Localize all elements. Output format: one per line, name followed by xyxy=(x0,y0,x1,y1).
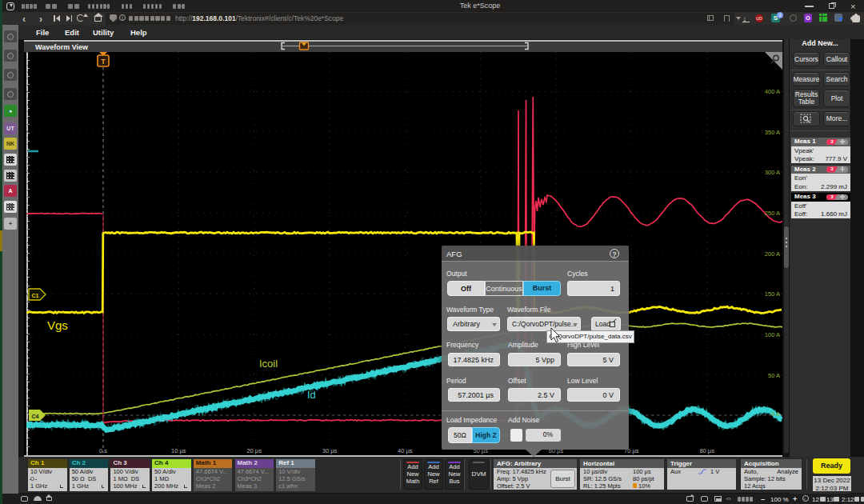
svg-text:20 µs: 20 µs xyxy=(246,447,262,454)
svg-text:T: T xyxy=(101,58,106,66)
svg-text:30 µs: 30 µs xyxy=(322,447,338,454)
svg-text:0 s: 0 s xyxy=(99,447,107,454)
svg-text:C1: C1 xyxy=(32,293,39,298)
svg-text:80 µs: 80 µs xyxy=(699,447,714,454)
svg-text:300 A: 300 A xyxy=(765,169,780,176)
svg-text:C4: C4 xyxy=(32,414,39,419)
svg-text:Vgs: Vgs xyxy=(47,318,68,332)
svg-text:250 A: 250 A xyxy=(765,210,780,217)
svg-text:0 A: 0 A xyxy=(771,410,780,418)
svg-text:150 A: 150 A xyxy=(765,290,780,298)
svg-text:40 µs: 40 µs xyxy=(398,447,413,454)
svg-text:400 A: 400 A xyxy=(765,88,780,95)
svg-text:Id: Id xyxy=(307,389,316,401)
svg-text:50 A: 50 A xyxy=(768,372,780,379)
svg-text:350 A: 350 A xyxy=(765,129,780,136)
svg-text:100 A: 100 A xyxy=(765,331,780,338)
svg-text:Icoil: Icoil xyxy=(259,358,278,370)
svg-text:200 A: 200 A xyxy=(765,250,780,258)
svg-text:10 µs: 10 µs xyxy=(171,447,186,454)
